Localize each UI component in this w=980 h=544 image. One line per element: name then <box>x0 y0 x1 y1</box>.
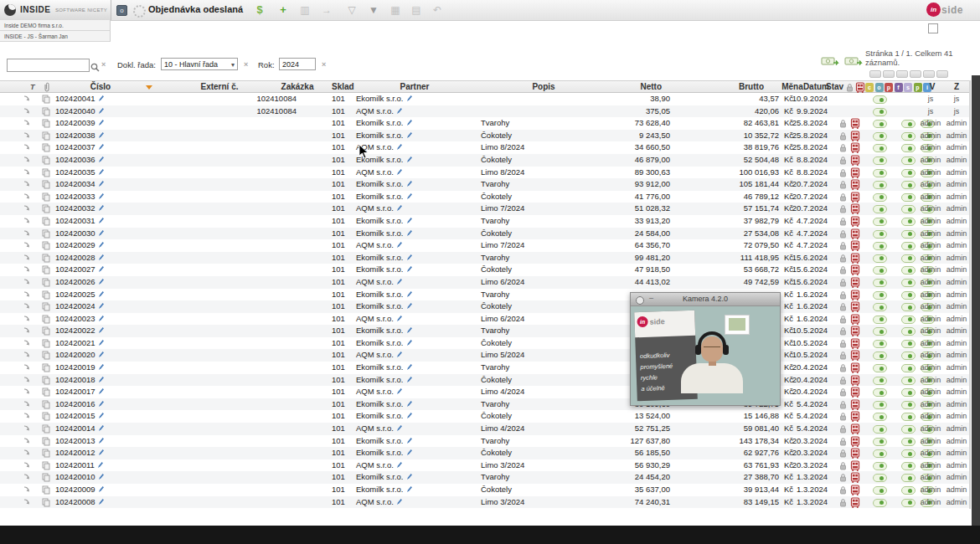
status-toggle[interactable] <box>873 181 887 189</box>
status-toggle[interactable] <box>873 144 887 152</box>
pagination-button[interactable] <box>896 70 908 78</box>
status-toggle[interactable] <box>873 340 887 348</box>
forward-icon[interactable]: → <box>318 3 335 18</box>
status-toggle[interactable] <box>901 462 916 470</box>
flag-column-header[interactable]: p <box>885 83 893 92</box>
status-toggle[interactable] <box>873 462 887 470</box>
status-toggle[interactable] <box>873 120 887 128</box>
pagination-button[interactable] <box>910 70 921 78</box>
tab-options-button[interactable]: o <box>116 5 127 16</box>
copy-record-icon[interactable]: ▥ <box>297 3 313 18</box>
table-row[interactable]: 102420023101AQM s.r.o.Limo 6/20245,97Kč1… <box>0 313 969 326</box>
status-toggle[interactable] <box>873 486 887 495</box>
pagination-button[interactable] <box>883 70 895 78</box>
status-toggle[interactable] <box>873 303 887 311</box>
pagination-button[interactable] <box>936 70 948 78</box>
column-header-z[interactable]: Z <box>943 81 970 94</box>
table-row[interactable]: 102420035101AQM s.r.o.Limo 8/202489 300,… <box>0 167 969 179</box>
table-row[interactable]: 102420031101Ekomilk s.r.o.Tvarohy33 913,… <box>0 215 969 228</box>
dokl-rada-select[interactable]: 10 - Hlavní řada ▾ <box>161 58 238 70</box>
status-toggle[interactable] <box>901 316 916 324</box>
status-toggle[interactable] <box>901 352 916 360</box>
status-toggle[interactable] <box>873 474 887 482</box>
status-toggle[interactable] <box>901 449 916 458</box>
table-row[interactable]: 102420022101Ekomilk s.r.o.Tvarohy7,08Kč1… <box>0 325 969 337</box>
table-row[interactable]: 102420041102410084101Ekomilk s.r.o.38,90… <box>0 93 969 105</box>
print-icon[interactable]: ▤ <box>408 3 425 18</box>
scrollbar-track[interactable] <box>969 80 971 509</box>
pagination-button[interactable] <box>923 70 935 78</box>
table-row[interactable]: 102420011101AQM s.r.o.Limo 3/202456 930,… <box>0 459 969 472</box>
table-row[interactable]: 102420017101AQM s.r.o.Limo 4/20243,00Kč2… <box>0 386 969 398</box>
status-toggle[interactable] <box>873 388 887 397</box>
table-row[interactable]: 102420033101Ekomilk s.r.o.Čokotely41 776… <box>0 191 969 203</box>
table-row[interactable]: 102420014101AQM s.r.o.Limo 4/202452 751,… <box>0 423 969 435</box>
status-toggle[interactable] <box>901 377 916 385</box>
active-tab-title[interactable]: Objednávka odeslaná <box>148 4 243 14</box>
open-record-icon[interactable] <box>23 498 33 511</box>
status-toggle[interactable] <box>873 205 887 213</box>
status-toggle[interactable] <box>873 279 887 287</box>
status-toggle[interactable] <box>873 242 887 250</box>
status-toggle[interactable] <box>901 474 916 482</box>
table-row[interactable]: 102420032101AQM s.r.o.Limo 7/202451 028,… <box>0 203 969 215</box>
status-toggle[interactable] <box>873 254 887 263</box>
status-toggle[interactable] <box>873 364 887 372</box>
table-row[interactable]: 102420019101Ekomilk s.r.o.Tvarohy5,09Kč2… <box>0 362 969 374</box>
statistics-icon[interactable]: ▦ <box>387 3 404 18</box>
search-input[interactable] <box>7 59 90 72</box>
rok-clear-button[interactable]: × <box>322 59 326 70</box>
status-toggle[interactable] <box>901 401 916 409</box>
table-row[interactable]: 102420029101AQM s.r.o.Limo 7/202464 356,… <box>0 239 969 252</box>
table-row[interactable]: 102420026101AQM s.r.o.Limo 6/202444 413,… <box>0 276 969 289</box>
webcam-window[interactable]: – Kamera 4.2.0 in side odkudkoliv promyš… <box>630 292 781 406</box>
flag-column-header[interactable]: c <box>865 83 874 92</box>
column-header-v[interactable]: V <box>920 81 945 94</box>
status-toggle[interactable] <box>901 230 916 239</box>
column-header-zakazka[interactable]: Zakázka <box>266 81 328 94</box>
status-toggle[interactable] <box>901 438 916 446</box>
table-row[interactable]: 102420018101Ekomilk s.r.o.Čokotely6,80Kč… <box>0 374 969 387</box>
column-header-datum[interactable]: Datum <box>794 81 829 94</box>
status-toggle[interactable] <box>901 181 916 189</box>
cash-transfer-icon[interactable] <box>844 55 863 67</box>
status-toggle[interactable] <box>901 364 916 372</box>
status-toggle[interactable] <box>901 499 916 507</box>
table-row[interactable]: 102420009101Ekomilk s.r.o.Čokotely35 637… <box>0 484 969 496</box>
status-toggle[interactable] <box>873 499 887 507</box>
undo-icon[interactable]: ↶ <box>429 3 446 18</box>
column-header-sklad[interactable]: Sklad <box>332 81 354 94</box>
table-row[interactable]: 102420013101Ekomilk s.r.o.Tvarohy127 637… <box>0 435 969 448</box>
status-toggle[interactable] <box>901 291 916 300</box>
status-toggle[interactable] <box>901 388 916 397</box>
money-refresh-icon[interactable]: $ <box>251 3 268 18</box>
flag-column-header[interactable]: o <box>875 83 884 92</box>
status-toggle[interactable] <box>873 266 887 275</box>
sort-desc-icon[interactable] <box>146 85 152 90</box>
filter-apply-icon[interactable]: ▼ <box>365 3 382 18</box>
status-toggle[interactable] <box>873 157 887 165</box>
status-toggle[interactable] <box>901 413 916 421</box>
table-row[interactable]: 102420012101Ekomilk s.r.o.Čokotely56 185… <box>0 447 969 459</box>
status-toggle[interactable] <box>873 401 887 409</box>
status-toggle[interactable] <box>873 291 887 300</box>
status-toggle[interactable] <box>873 95 887 104</box>
column-header-externi[interactable]: Externí č. <box>176 81 263 94</box>
status-toggle[interactable] <box>873 425 887 434</box>
top-right-checkbox[interactable] <box>928 23 938 33</box>
search-icon[interactable] <box>90 60 100 75</box>
table-row[interactable]: 102420016101Ekomilk s.r.o.Tvarohy80 109,… <box>0 398 969 411</box>
add-record-icon[interactable]: + <box>275 3 291 18</box>
table-row[interactable]: 102420040102410084101AQM s.r.o.375,05420… <box>0 105 969 118</box>
table-row[interactable]: 102420008101AQM s.r.o.Limo 3/202474 240,… <box>0 496 969 509</box>
table-row[interactable]: 102420025101Ekomilk s.r.o.Tvarohy0,45Kč1… <box>0 289 969 301</box>
status-toggle[interactable] <box>901 242 916 250</box>
status-toggle[interactable] <box>901 193 916 202</box>
table-row[interactable]: 102420010101Ekomilk s.r.o.Tvarohy24 454,… <box>0 471 969 484</box>
status-toggle[interactable] <box>873 218 887 226</box>
table-row[interactable]: 102420015101Ekomilk s.r.o.Čokotely13 524… <box>0 410 969 423</box>
status-toggle[interactable] <box>901 144 916 152</box>
status-toggle[interactable] <box>873 413 887 421</box>
table-row[interactable]: 102420034101Ekomilk s.r.o.Tvarohy93 912,… <box>0 178 969 191</box>
status-toggle[interactable] <box>901 340 916 348</box>
